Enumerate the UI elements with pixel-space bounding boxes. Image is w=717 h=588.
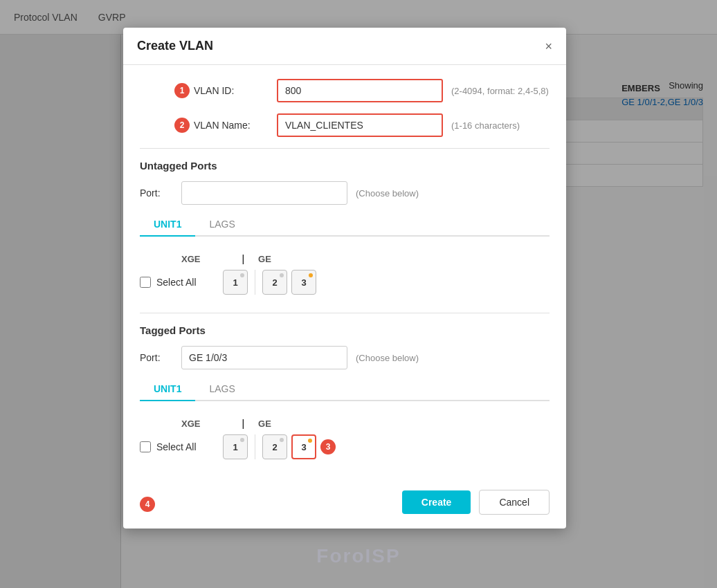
vlan-name-hint: (1-16 characters) — [451, 120, 520, 131]
xge-label-tagged: XGE — [181, 419, 200, 429]
modal-body: 1 VLAN ID: (2-4094, format: 2,4-5,8) 2 V… — [123, 65, 566, 480]
tab-unit1-untagged[interactable]: UNIT1 — [140, 213, 195, 237]
select-all-tagged: Select All — [140, 441, 223, 452]
port-ge-2-tagged[interactable]: 2 — [262, 434, 287, 459]
step-badge-1: 1 — [174, 83, 190, 98]
modal-close-button[interactable]: × — [545, 40, 552, 53]
divider-2 — [140, 313, 550, 313]
ge-label-tagged: GE — [258, 419, 271, 429]
untagged-tabs: UNIT1 LAGS — [140, 213, 550, 237]
tagged-port-input[interactable] — [181, 346, 347, 369]
ge-label-untagged: GE — [258, 254, 271, 264]
cancel-button[interactable]: Cancel — [479, 490, 550, 515]
select-all-label-tagged: Select All — [156, 441, 197, 452]
tagged-tabs: UNIT1 LAGS — [140, 378, 550, 401]
port-group-divider-untagged — [255, 270, 255, 295]
port-xge-1-untagged[interactable]: 1 — [223, 270, 248, 295]
modal-title: Create VLAN — [137, 39, 213, 53]
xge-label-untagged: XGE — [181, 254, 200, 264]
untagged-ports-title: Untagged Ports — [140, 160, 550, 172]
untagged-port-hint: (Choose below) — [356, 188, 419, 199]
vlan-id-row: 1 VLAN ID: (2-4094, format: 2,4-5,8) — [174, 79, 550, 102]
untagged-port-row: Port: (Choose below) — [140, 181, 550, 205]
modal-footer: 4 Create Cancel — [123, 480, 566, 529]
port-ge-2-untagged[interactable]: 2 — [262, 270, 287, 295]
step-badge-4: 4 — [140, 497, 155, 512]
select-all-checkbox-tagged[interactable] — [140, 441, 151, 452]
tagged-port-row: Port: (Choose below) — [140, 346, 550, 369]
port-group-divider-tagged — [255, 434, 255, 459]
port-dot — [240, 438, 244, 442]
step-badge-2: 2 — [174, 118, 190, 133]
vlan-id-hint: (2-4094, format: 2,4-5,8) — [451, 86, 549, 96]
ge-separator-tagged: | — [242, 418, 244, 429]
create-button[interactable]: Create — [402, 490, 471, 514]
untagged-port-grid: XGE | GE Select All 1 — [140, 246, 550, 302]
tab-lags-tagged[interactable]: LAGS — [195, 378, 248, 401]
port-dot — [240, 273, 244, 277]
ge-separator-untagged: | — [242, 253, 244, 264]
port-xge-1-tagged[interactable]: 1 — [223, 434, 248, 459]
tagged-port-grid: XGE | GE Select All 1 — [140, 411, 550, 466]
tab-lags-untagged[interactable]: LAGS — [195, 213, 248, 237]
modal-header: Create VLAN × — [123, 28, 566, 65]
vlan-id-input[interactable] — [277, 79, 443, 102]
port-buttons-tagged: 1 2 3 3 — [223, 434, 340, 459]
tagged-port-label: Port: — [140, 352, 181, 363]
untagged-port-label: Port: — [140, 187, 181, 199]
vlan-name-input[interactable] — [277, 113, 443, 137]
port-grid-header-untagged: XGE | GE — [181, 253, 550, 264]
port-ge-3-untagged[interactable]: 3 — [291, 270, 316, 295]
port-dot — [280, 273, 284, 277]
tagged-port-hint: (Choose below) — [356, 353, 419, 363]
port-buttons-untagged: 1 2 3 — [223, 270, 316, 295]
port-grid-header-tagged: XGE | GE — [181, 418, 550, 429]
select-all-label-untagged: Select All — [156, 277, 197, 288]
step-badge-3: 3 — [320, 439, 336, 454]
select-all-untagged: Select All — [140, 277, 223, 288]
port-dot — [308, 439, 312, 443]
create-vlan-modal: Create VLAN × 1 VLAN ID: (2-4094, format… — [123, 28, 566, 529]
port-grid-row-untagged: Select All 1 2 — [140, 270, 550, 295]
vlan-id-label: VLAN ID: — [194, 85, 277, 96]
port-ge-3-tagged[interactable]: 3 — [291, 434, 316, 459]
tagged-ports-title: Tagged Ports — [140, 324, 550, 336]
vlan-name-row: 2 VLAN Name: (1-16 characters) — [174, 113, 550, 137]
port-grid-row-tagged: Select All 1 2 — [140, 434, 550, 459]
divider-1 — [140, 148, 550, 149]
tab-unit1-tagged[interactable]: UNIT1 — [140, 378, 195, 401]
port-dot — [309, 273, 313, 277]
select-all-checkbox-untagged[interactable] — [140, 277, 151, 288]
untagged-port-input[interactable] — [181, 181, 347, 205]
vlan-name-label: VLAN Name: — [194, 120, 277, 131]
port-dot — [280, 438, 284, 442]
